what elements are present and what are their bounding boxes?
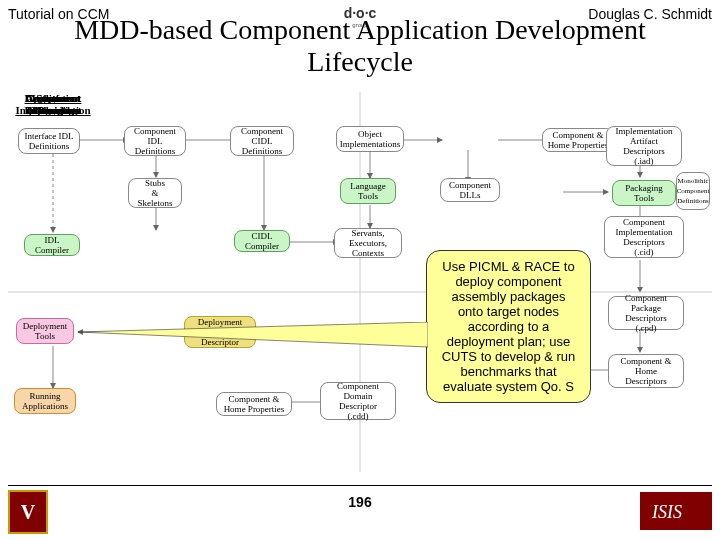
diagram-canvas: InterfaceDesign ComponentDesign Componen… [8,92,712,472]
box-comp-home-props: Component &Home Properties [542,128,614,152]
box-language-tools: LanguageTools [340,178,396,204]
callout-tail-icon [78,322,428,382]
box-cidl-compiler: CIDLCompiler [234,230,290,252]
box-comp-pkg-desc: ComponentPackageDescriptors(.cpd) [608,296,684,330]
footer-divider [8,485,712,486]
box-deploy-tools: DeploymentTools [16,318,74,344]
title-line1: MDD-based Component Application Developm… [74,14,646,45]
box-component-dlls: ComponentDLLs [440,178,500,202]
svg-marker-26 [78,322,428,347]
box-interface-idl: Interface IDLDefinitions [18,128,80,154]
box-idl-compiler: IDLCompiler [24,234,80,256]
isis-text: ISIS [651,502,682,522]
isis-logo-icon: ISIS [640,492,712,534]
box-obj-impl: ObjectImplementations [336,126,404,152]
box-stubs-skeletons: Stubs&Skeletons [128,178,182,208]
slide: Tutorial on CCM Douglas C. Schmidt d·o·c… [0,0,720,540]
vanderbilt-logo-icon: V [8,490,48,534]
box-servants-exec: Servants,Executors,Contexts [334,228,402,258]
callout-bubble: Use PICML & RACE to deploy component ass… [426,250,591,403]
box-comp-idl-def: ComponentIDLDefinitions [124,126,186,156]
box-comp-cidl: ComponentCIDLDefinitions [230,126,294,156]
callout-text: Use PICML & RACE to deploy component ass… [442,259,576,394]
box-impl-artifact-desc: ImplementationArtifactDescriptors(.iad) [606,126,682,166]
box-packaging-tools: PackagingTools [612,180,676,206]
box-monolithic-comp: MonolithicComponentDefinitions [676,172,710,210]
title-line2: Lifecycle [307,46,413,77]
slide-title: MDD-based Component Application Developm… [0,14,720,78]
col-application-assembly: ApplicationAssembly [8,92,98,116]
box-assembly-tools: ComponentDomainDescriptor(.cdd) [320,382,396,420]
box-comp-home-props-2: Component &Home Properties [216,392,292,416]
box-comp-assem-pkg: Component &HomeDescriptors [608,354,684,388]
page-number: 196 [0,494,720,510]
box-running-apps: RunningApplications [14,388,76,414]
box-comp-impl-desc: ComponentImplementationDescriptors(.cid) [604,216,684,258]
